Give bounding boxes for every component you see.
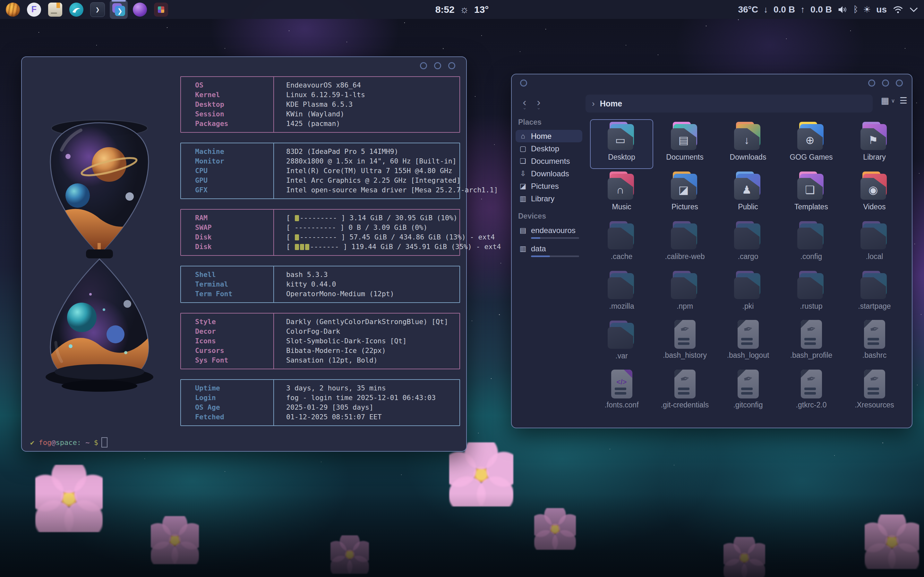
fetch-label: GPU (181, 176, 273, 185)
fetch-label: Machine (181, 147, 273, 156)
sidebar-item-downloads[interactable]: ⇩Downloads (515, 167, 582, 180)
panel-clock-widget[interactable]: 8:52 ☼ 13° (435, 0, 489, 19)
bluetooth-icon[interactable]: ᛒ (853, 5, 858, 15)
view-mode-button[interactable]: ▦∨ (881, 95, 895, 106)
file-item-hidden-bash-history[interactable]: ✒.bash_history (653, 318, 716, 367)
file-item-hidden-cache[interactable]: .cache (590, 219, 653, 268)
window-button[interactable] (448, 62, 455, 69)
weather-sun-icon[interactable]: ☼ (460, 3, 469, 15)
toolbar-right-buttons: ▦∨ ☰ (881, 95, 907, 106)
file-item-hidden-rustup[interactable]: .rustup (780, 268, 843, 318)
file-item-hidden-bash-profile[interactable]: ✒.bash_profile (780, 318, 843, 367)
bird-app-icon (69, 3, 83, 17)
breadcrumb-chevron-icon: › (592, 99, 595, 109)
net-up-label[interactable]: 0.0 B (811, 5, 832, 15)
drive-icon: ▥ (519, 245, 527, 253)
menu-button[interactable]: ☰ (900, 95, 907, 106)
file-item-library[interactable]: ⚑Library (843, 119, 906, 169)
volume-icon[interactable] (837, 5, 848, 14)
window-button[interactable] (868, 79, 875, 87)
fetch-section: StyleDarkly (GentlyColorDarkStrongBlue) … (180, 313, 460, 369)
clock-time[interactable]: 8:52 (435, 4, 455, 15)
sidebar-device-endeavouros[interactable]: ▤endeavouros (515, 224, 582, 242)
file-item-hidden-bashrc[interactable]: ✒.bashrc (843, 318, 906, 367)
sidebar-item-pictures[interactable]: ◪Pictures (515, 180, 582, 192)
wifi-icon[interactable] (892, 5, 904, 14)
file-item-desktop[interactable]: ▭Desktop (590, 119, 653, 169)
bird-app-launcher[interactable] (67, 0, 86, 19)
doc-line (51, 13, 57, 14)
file-item-hidden-local[interactable]: .local (843, 219, 906, 268)
forward-button[interactable]: ›⌄ (531, 95, 546, 111)
panel-expand-chevron-icon[interactable] (909, 6, 918, 13)
window-button[interactable] (882, 79, 889, 87)
file-item-hidden-var[interactable]: .var (590, 318, 653, 367)
file-item-hidden-calibre-web[interactable]: .calibre-web (653, 219, 716, 268)
bar-text: 0 B / 3.09 GiB (0%) (349, 223, 427, 231)
file-item-public[interactable]: ♟Public (716, 169, 780, 219)
window-button[interactable] (896, 79, 903, 87)
weather-temp[interactable]: 13° (474, 4, 489, 15)
file-item-videos[interactable]: ◉Videos (843, 169, 906, 219)
fetch-value: Bibata-Modern-Ice (22px) (273, 346, 459, 356)
file-item-downloads[interactable]: ↓Downloads (716, 119, 780, 169)
fetch-value: [ --------- ] 57.45 GiB / 434.86 GiB (13… (273, 232, 501, 242)
file-item-hidden-pki[interactable]: .pki (716, 268, 780, 318)
file-item-hidden-xresources[interactable]: ✒.Xresources (843, 367, 906, 417)
sidebar-item-home[interactable]: ⌂Home (515, 130, 582, 142)
dolphin-file-manager-launcher[interactable]: ❯ (110, 0, 128, 19)
file-item-label: .npm (677, 302, 693, 311)
window-button[interactable] (434, 62, 441, 69)
fetch-value: 2880x1800 @ 1.5x in 14", 60 Hz [Built-in… (273, 156, 498, 166)
file-line (615, 392, 626, 395)
file-item-hidden-startpage[interactable]: .startpage (843, 268, 906, 318)
file-item-templates[interactable]: ❏Templates (780, 169, 843, 219)
file-item-hidden-mozilla[interactable]: .mozilla (590, 268, 653, 318)
terminal-app-launcher[interactable]: ❯ (89, 0, 107, 19)
file-item-hidden-git-credentials[interactable]: ✒.git-credentials (653, 367, 716, 417)
purple-app-launcher[interactable] (131, 0, 149, 19)
device-usage-bar (531, 255, 579, 257)
fetch-label: GFX (181, 185, 273, 195)
fetch-value: Intel(R) Core(TM) Ultra 7 155H @4.80 GHz (273, 166, 498, 176)
breadcrumb-home[interactable]: Home (600, 99, 622, 108)
keyboard-layout-label[interactable]: us (876, 5, 887, 15)
fetch-value-text: KWin (Wayland) (286, 110, 344, 118)
sidebar-item-documents[interactable]: ❏Documents (515, 155, 582, 167)
sidebar-item-library[interactable]: ▥Library (515, 192, 582, 205)
net-down-label[interactable]: 0.0 B (774, 5, 795, 15)
fetch-value-text: KDE Plasma 6.5.3 (286, 100, 352, 108)
file-item-hidden-fonts-conf[interactable]: </>.fonts.conf (590, 367, 653, 417)
view-mode-chevron-icon: ∨ (891, 97, 895, 104)
file-line (678, 392, 690, 395)
file-item-hidden-gitconfig[interactable]: ✒.gitconfig (716, 367, 780, 417)
file-item-hidden-bash-logout[interactable]: ✒.bash_logout (716, 318, 780, 367)
window-button[interactable] (520, 79, 527, 87)
notes-app-launcher[interactable] (46, 0, 64, 19)
file-manager-titlebar (512, 74, 912, 93)
file-item-documents[interactable]: ▤Documents (653, 119, 716, 169)
cpu-temp-label[interactable]: 36°C (738, 5, 758, 15)
terminal-app-icon: ❯ (90, 2, 105, 17)
fetch-value-text: kitty 0.44.0 (286, 280, 336, 288)
file-item-hidden-gtkrc-2-0[interactable]: ✒.gtkrc-2.0 (780, 367, 843, 417)
device-usage-fill (531, 237, 540, 239)
file-item-pictures[interactable]: ◪Pictures (653, 169, 716, 219)
window-button[interactable] (420, 62, 427, 69)
sidebar-item-desktop[interactable]: ▢Desktop (515, 142, 582, 155)
f-app-launcher[interactable]: F (25, 0, 43, 19)
retro-app-launcher[interactable] (152, 0, 170, 19)
file-item-music[interactable]: ∩Music (590, 169, 653, 219)
file-item-hidden-cargo[interactable]: .cargo (716, 219, 780, 268)
terminal-window-controls (420, 62, 455, 69)
file-grid: ▭Desktop▤Documents↓Downloads⊕GOG Games⚑L… (590, 119, 906, 417)
location-breadcrumb-bar[interactable]: › Home (586, 95, 873, 113)
fetch-value: KDE Plasma 6.5.3 (273, 100, 459, 109)
brightness-icon[interactable]: ☀ (863, 5, 871, 15)
file-item-hidden-npm[interactable]: .npm (653, 268, 716, 318)
sidebar-device-data[interactable]: ▥data (515, 242, 582, 260)
back-button[interactable]: ‹⌄ (517, 95, 531, 111)
file-item-hidden-config[interactable]: .config (780, 219, 843, 268)
file-item-gog-games[interactable]: ⊕GOG Games (780, 119, 843, 169)
app-launcher-launcher[interactable] (4, 0, 22, 19)
